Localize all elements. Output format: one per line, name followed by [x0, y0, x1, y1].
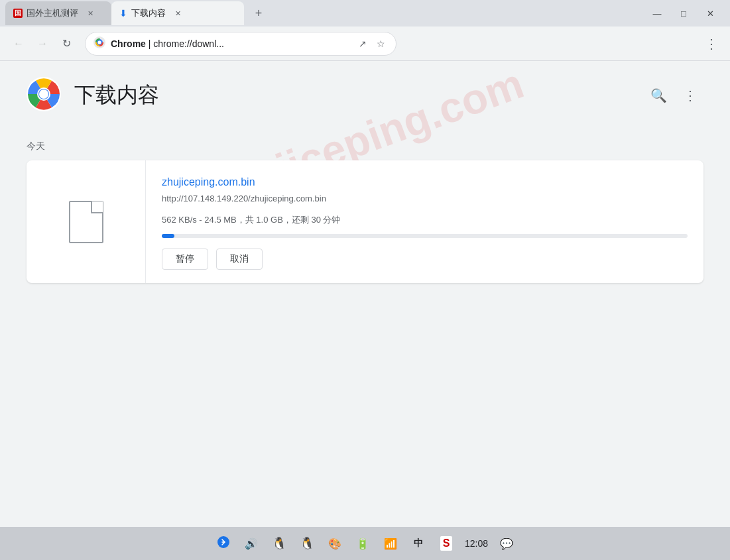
download-info: zhujiceping.com.bin http://107.148.149.2…	[146, 160, 703, 283]
download-actions: 暂停 取消	[162, 249, 688, 270]
taskbar-battery-icon[interactable]: 🔋	[353, 534, 372, 553]
chrome-logo	[27, 77, 61, 114]
page-header: 下载内容 🔍 ⋮	[27, 77, 703, 119]
tab-inactive-favicon: 国	[13, 9, 23, 18]
back-button[interactable]: ←	[8, 33, 29, 54]
tab-active[interactable]: ⬇ 下载内容 ✕	[111, 1, 244, 25]
taskbar: 🔊 🐧 🐧 🎨 🔋 📶 中 S 12:08 💬	[0, 527, 730, 560]
download-status: 562 KB/s - 24.5 MB，共 1.0 GB，还剩 30 分钟	[162, 214, 688, 226]
pause-button[interactable]: 暂停	[162, 249, 208, 270]
lang-icon: 中	[414, 537, 423, 549]
file-type-icon	[69, 201, 103, 243]
minimize-button[interactable]: —	[648, 4, 666, 23]
progress-bar-fill	[162, 234, 174, 238]
taskbar-wps-icon[interactable]: S	[437, 534, 456, 553]
progress-bar-background	[162, 234, 688, 238]
download-filename[interactable]: zhujiceping.com.bin	[162, 176, 688, 188]
tab-active-close[interactable]: ✕	[172, 8, 183, 19]
tab-active-favicon: ⬇	[119, 8, 127, 19]
chrome-menu-button[interactable]: ⋮	[701, 33, 722, 54]
reload-icon: ↻	[62, 37, 71, 50]
maximize-button[interactable]: □	[674, 4, 693, 23]
bluetooth-icon	[217, 535, 230, 552]
qq2-icon: 🐧	[300, 536, 314, 551]
url-text: chrome://downl...	[153, 38, 224, 49]
close-button[interactable]: ✕	[701, 4, 719, 23]
notification-icon: 💬	[500, 537, 513, 550]
search-downloads-button[interactable]: 🔍	[645, 82, 672, 109]
forward-icon: →	[37, 38, 48, 50]
taskbar-lang-icon[interactable]: 中	[409, 534, 428, 553]
new-tab-icon: +	[255, 7, 263, 21]
search-icon: 🔍	[650, 87, 667, 103]
wps-icon: S	[440, 536, 453, 551]
navbar: ← → ↻ Chrome | chrome://downl... ↗ ☆	[0, 27, 730, 61]
header-actions: 🔍 ⋮	[645, 82, 703, 109]
downloads-page: zhujiceping.com	[0, 61, 730, 527]
file-icon-area	[27, 160, 146, 283]
taskbar-wifi-icon[interactable]: 📶	[381, 534, 400, 553]
downloads-menu-button[interactable]: ⋮	[677, 82, 703, 109]
more-icon: ⋮	[684, 87, 697, 103]
share-icon[interactable]: ↗	[356, 37, 369, 50]
volume-icon: 🔊	[245, 537, 258, 550]
battery-icon: 🔋	[356, 537, 369, 550]
taskbar-notification-icon[interactable]: 💬	[497, 534, 516, 553]
new-tab-button[interactable]: +	[249, 4, 268, 23]
back-icon: ←	[13, 38, 24, 50]
site-name: Chrome	[111, 38, 146, 49]
address-bar[interactable]: Chrome | chrome://downl... ↗ ☆	[85, 32, 396, 56]
qq1-icon: 🐧	[272, 536, 286, 551]
tab-active-label: 下载内容	[131, 7, 166, 19]
address-text: Chrome | chrome://downl...	[111, 38, 351, 49]
download-card: zhujiceping.com.bin http://107.148.149.2…	[27, 160, 703, 283]
site-security-icon	[93, 36, 105, 51]
taskbar-bluetooth-icon[interactable]	[214, 534, 233, 553]
taskbar-volume-icon[interactable]: 🔊	[242, 534, 261, 553]
forward-button[interactable]: →	[32, 33, 53, 54]
bookmark-icon[interactable]: ☆	[375, 37, 388, 50]
section-today-label: 今天	[27, 140, 703, 152]
address-separator: |	[146, 38, 153, 49]
taskbar-qq1-icon[interactable]: 🐧	[270, 534, 288, 553]
tab-inactive[interactable]: 国 国外主机测评 ✕	[5, 1, 111, 25]
taskbar-qq2-icon[interactable]: 🐧	[298, 534, 316, 553]
chrome-menu-icon: ⋮	[705, 36, 718, 52]
address-action-icons: ↗ ☆	[356, 37, 388, 50]
tab-inactive-close[interactable]: ✕	[85, 8, 95, 19]
page-title: 下载内容	[74, 81, 645, 110]
download-url: http://107.148.149.220/zhujiceping.com.b…	[162, 194, 688, 203]
taskbar-time: 12:08	[465, 538, 488, 549]
titlebar: 国 国外主机测评 ✕ ⬇ 下载内容 ✕ + — □ ✕	[0, 0, 730, 27]
reload-button[interactable]: ↻	[56, 33, 77, 54]
cancel-button[interactable]: 取消	[216, 249, 263, 270]
svg-point-5	[98, 40, 101, 44]
tab-inactive-label: 国外主机测评	[27, 7, 78, 19]
figma-icon: 🎨	[328, 537, 341, 550]
wifi-icon: 📶	[384, 537, 397, 550]
svg-point-10	[39, 89, 48, 99]
window-controls: — □ ✕	[648, 4, 725, 23]
taskbar-figma-icon[interactable]: 🎨	[326, 534, 344, 553]
